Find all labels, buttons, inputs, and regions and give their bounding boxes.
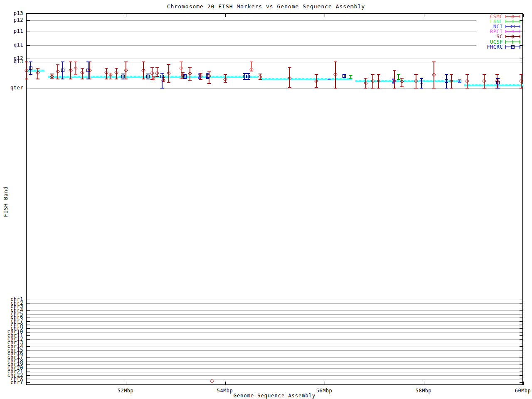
marker-square-glyph (206, 74, 209, 78)
tick-right (520, 343, 523, 343)
marker-square-glyph (511, 45, 515, 49)
y-gridline (27, 379, 522, 379)
legend-sample: × (505, 29, 521, 34)
tick-left (27, 318, 30, 318)
error-bar-cap (124, 79, 128, 79)
legend-sample-cap (520, 15, 520, 18)
marker-diamond-glyph (155, 71, 159, 75)
error-bar-cap (288, 87, 291, 88)
marker-tick-glyph (350, 75, 351, 79)
error-bar-cap (61, 79, 64, 79)
error-bar-cap (105, 79, 108, 79)
y-chr-tick-label: chrY (0, 380, 23, 384)
error-bar-cap (188, 80, 192, 81)
legend-sample-cap (520, 25, 520, 28)
error-bar-cap (377, 74, 380, 75)
tick-bottom (126, 382, 126, 385)
y-gridline (27, 328, 522, 329)
legend-sample (505, 39, 521, 44)
y-gridline (27, 343, 522, 343)
marker-diamond-glyph (179, 66, 183, 70)
tick-right (520, 325, 523, 325)
y-band-tick-label: p12 (0, 18, 23, 22)
legend-row: FHCRC (476, 44, 521, 49)
error-bar-cap (86, 79, 90, 79)
error-bar-cap (450, 88, 453, 89)
error-bar-cap (36, 68, 39, 69)
error-bar-cap (74, 74, 77, 75)
tick-right (520, 365, 523, 365)
tick-left (27, 357, 30, 357)
tick-left (27, 343, 30, 343)
error-bar-cap (167, 82, 170, 83)
y-gridline (27, 303, 522, 304)
error-bar-cap (155, 76, 159, 77)
y-gridline (27, 357, 522, 358)
error-bar-cap (180, 62, 183, 62)
marker-dash-glyph (328, 79, 330, 80)
marker-diamond-glyph (104, 71, 108, 75)
legend-sample (505, 14, 521, 19)
tick-left (27, 310, 30, 311)
marker-diamond-glyph (124, 68, 128, 72)
error-bar-cap (199, 73, 202, 74)
marker-diamond-glyph (69, 68, 73, 72)
marker-square-glyph (61, 69, 64, 72)
error-bar-cap (109, 79, 112, 79)
tick-right (520, 318, 523, 318)
error-bar-cap (61, 62, 64, 62)
error-bar-cap (414, 88, 418, 89)
error-bar-cap (246, 73, 250, 74)
error-bar-cap (124, 62, 128, 62)
error-bar-cap (121, 74, 125, 74)
x-tick-label: 52Mbp (109, 388, 142, 394)
y-gridline (27, 318, 522, 318)
tick-right (520, 314, 523, 314)
tick-bottom (523, 382, 524, 385)
legend-sample-cap (520, 35, 520, 38)
marker-square-glyph (121, 75, 125, 78)
error-bar-cap (520, 74, 523, 75)
tick-left (27, 372, 30, 372)
y-band-tick-label: p13 (0, 11, 23, 15)
legend-sample-cap (520, 40, 520, 44)
legend-sample (505, 19, 521, 24)
tick-right (520, 357, 523, 357)
tick-right (520, 346, 523, 347)
error-bar-cap (160, 88, 164, 89)
tick-left (27, 361, 30, 361)
tick-left (27, 45, 30, 46)
marker-square-glyph (496, 81, 500, 84)
marker-square-glyph (243, 75, 246, 78)
legend-label: FHCRC (487, 44, 503, 50)
error-bar-cap (334, 62, 337, 62)
tick-left (27, 350, 30, 350)
tick-left (27, 379, 30, 379)
error-bar-cap (243, 79, 246, 80)
error-bar-cap (167, 64, 170, 65)
legend: CSMCLANLNCIRPCI×SCUCSFFHCRC (476, 14, 521, 49)
tick-right (520, 339, 523, 340)
y-gridline (27, 347, 522, 347)
error-bar-cap (495, 74, 499, 75)
marker-diamond-glyph (482, 79, 486, 83)
tick-bottom (225, 382, 226, 385)
legend-sample-cap (505, 30, 506, 33)
error-bar-cap (29, 74, 32, 75)
legend-sample-cap (505, 35, 506, 38)
error-bar-cap (183, 78, 187, 79)
error-bar-cap (414, 74, 418, 75)
marker-diamond-glyph (150, 71, 154, 75)
legend-sample-cap (505, 25, 506, 28)
tick-left (27, 300, 30, 300)
tick-top (225, 14, 226, 17)
tick-top (126, 14, 126, 17)
chart-title: Chromosome 20 FISH Markers vs Genome Seq… (0, 3, 532, 10)
y-gridline (27, 20, 522, 21)
marker-square-glyph (342, 74, 346, 78)
y-gridline (27, 62, 522, 62)
y-band-tick-label: q13 (0, 60, 23, 64)
tick-right (520, 321, 523, 322)
marker-diamond-glyph (432, 73, 436, 77)
y-gridline (27, 300, 522, 300)
